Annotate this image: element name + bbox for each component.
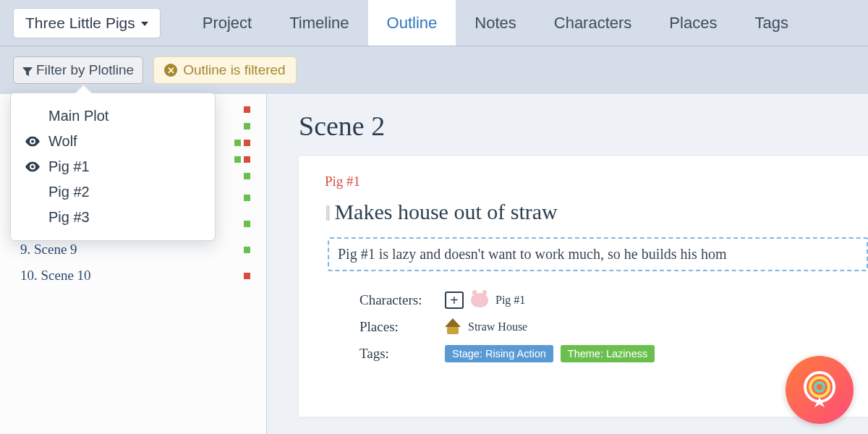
plot-dot xyxy=(244,221,250,227)
hut-icon xyxy=(445,320,461,334)
character-chip[interactable]: Pig #1 xyxy=(495,294,525,307)
scene-label: 10. Scene 10 xyxy=(20,268,91,284)
caret-down-icon xyxy=(141,22,148,26)
scene-detail-panel: Scene 2 Pig #1 || Makes house out of str… xyxy=(266,94,868,434)
svg-point-0 xyxy=(31,140,34,142)
drag-handle-icon[interactable]: || xyxy=(325,203,328,221)
tab-tags[interactable]: Tags xyxy=(736,0,807,46)
scene-label: 9. Scene 9 xyxy=(20,242,77,258)
eye-icon xyxy=(25,133,40,150)
tab-places[interactable]: Places xyxy=(650,0,736,46)
plot-dot xyxy=(234,156,241,163)
add-character-button[interactable]: + xyxy=(445,292,464,309)
eye-icon xyxy=(25,158,40,175)
tab-project[interactable]: Project xyxy=(184,0,271,46)
pig-icon xyxy=(471,293,488,307)
plotline-option-pig3[interactable]: Pig #3 xyxy=(11,205,215,230)
filter-label: Filter by Plotline xyxy=(36,62,134,78)
body: 7. Scene 7 8. Scene 8 9. Scene 9 10. Sce… xyxy=(0,94,868,434)
scene-row[interactable]: 10. Scene 10 xyxy=(0,263,266,289)
plot-dot xyxy=(244,273,250,279)
svg-point-1 xyxy=(31,165,34,168)
tab-outline[interactable]: Outline xyxy=(368,0,456,46)
places-label: Places: xyxy=(359,319,438,335)
plot-dot xyxy=(234,140,241,146)
plotline-option-pig1[interactable]: Pig #1 xyxy=(11,154,215,179)
plot-dot xyxy=(244,140,250,146)
plotline-name: Pig #2 xyxy=(48,184,90,200)
scene-title: Scene 2 xyxy=(299,110,868,142)
scene-card: Pig #1 || Makes house out of straw Pig #… xyxy=(299,156,868,417)
tabs: Project Timeline Outline Notes Character… xyxy=(184,0,807,46)
characters-label: Characters: xyxy=(359,292,438,308)
tags-label: Tags: xyxy=(359,346,438,362)
tab-characters[interactable]: Characters xyxy=(535,0,651,46)
tags-row: Tags: Stage: Rising Action Theme: Lazine… xyxy=(359,345,868,362)
tab-timeline[interactable]: Timeline xyxy=(271,0,367,46)
top-bar: Three Little Pigs Project Timeline Outli… xyxy=(0,0,868,46)
tag-chip-theme[interactable]: Theme: Laziness xyxy=(561,345,655,362)
plot-dot xyxy=(244,123,250,129)
app-brand-badge xyxy=(786,356,854,424)
plotline-option-main[interactable]: Main Plot xyxy=(11,103,215,129)
clear-filter-icon[interactable]: ✕ xyxy=(164,64,177,77)
plotline-name: Main Plot xyxy=(48,108,109,124)
tag-chip-stage[interactable]: Stage: Rising Action xyxy=(445,345,553,362)
scene-card-plotline: Pig #1 xyxy=(325,174,868,190)
plotline-option-pig2[interactable]: Pig #2 xyxy=(11,179,215,205)
plot-dot xyxy=(244,156,250,163)
filter-by-plotline-button[interactable]: Filter by Plotline xyxy=(13,56,143,84)
scene-card-heading[interactable]: Makes house out of straw xyxy=(334,200,557,224)
tab-notes[interactable]: Notes xyxy=(456,0,535,46)
brand-logo-icon xyxy=(798,368,841,412)
outline-toolbar: Filter by Plotline ✕ Outline is filtered xyxy=(0,46,868,94)
plotline-name: Wolf xyxy=(48,133,77,150)
project-name: Three Little Pigs xyxy=(25,14,135,32)
plotline-name: Pig #3 xyxy=(48,209,90,226)
plotline-filter-popover: Main Plot Wolf Pig #1 Pig #2 Pig #3 xyxy=(10,93,216,241)
plot-dot xyxy=(244,195,250,201)
plotline-name: Pig #1 xyxy=(48,158,90,175)
scene-description-input[interactable]: Pig #1 is lazy and doesn't want to work … xyxy=(328,237,868,271)
svg-point-3 xyxy=(810,378,829,396)
outline-filtered-badge: ✕ Outline is filtered xyxy=(153,56,297,84)
place-chip[interactable]: Straw House xyxy=(468,320,527,333)
places-row: Places: Straw House xyxy=(359,319,868,335)
characters-row: Characters: + Pig #1 xyxy=(359,292,868,309)
plot-dot xyxy=(244,247,250,253)
plotline-option-wolf[interactable]: Wolf xyxy=(11,129,215,154)
plot-dot xyxy=(244,106,250,113)
project-dropdown[interactable]: Three Little Pigs xyxy=(13,8,161,38)
svg-point-4 xyxy=(815,383,824,391)
plot-dot xyxy=(244,173,250,179)
funnel-icon xyxy=(22,65,33,75)
scene-list-sidebar: 7. Scene 7 8. Scene 8 9. Scene 9 10. Sce… xyxy=(0,94,266,434)
filtered-label: Outline is filtered xyxy=(183,62,286,78)
